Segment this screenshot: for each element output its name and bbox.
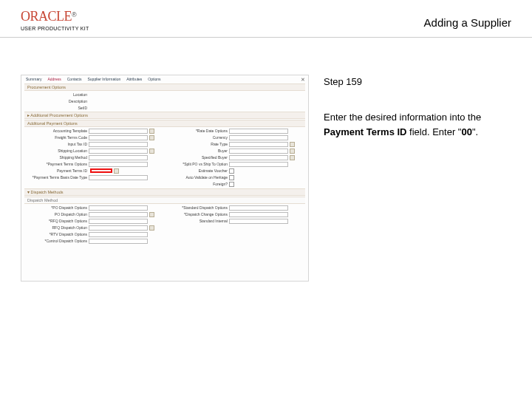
field-label: *RFQ Dispatch Options <box>24 219 87 223</box>
step-label: Step 159 <box>324 75 511 89</box>
form-row: Description <box>24 98 305 104</box>
form-row: SetID <box>24 105 305 111</box>
text-field[interactable] <box>89 155 148 160</box>
form-row: *RFQ Dispatch Options <box>24 218 165 224</box>
text-field[interactable] <box>229 162 288 167</box>
form-row: *Rate Date Options <box>165 128 305 134</box>
field-label: Shipping Method <box>24 155 87 160</box>
lookup-icon[interactable] <box>290 149 295 154</box>
field-label: SetID <box>24 106 87 110</box>
field-label: Foreign? <box>165 182 228 186</box>
close-icon[interactable]: ✕ <box>300 77 306 83</box>
lookup-icon[interactable] <box>149 135 154 140</box>
form-row: Input Tax ID <box>24 141 165 147</box>
field-label: *Rate Date Options <box>165 129 228 133</box>
form-row: *RTV Dispatch Options <box>24 231 165 237</box>
page-title: Adding a Supplier <box>424 16 511 29</box>
field-label: *Standard Dispatch Options <box>165 205 228 210</box>
text-field[interactable] <box>229 149 288 154</box>
text-field[interactable] <box>229 129 288 134</box>
field-label: RFQ Dispatch Option <box>24 225 87 230</box>
field-label: Specified Buyer <box>165 155 228 160</box>
field-label: Payment Terms ID <box>24 168 87 173</box>
checkbox[interactable] <box>229 182 234 187</box>
form-row: RFQ Dispatch Option <box>24 225 165 231</box>
form-row: Estimate Voucher <box>165 168 305 174</box>
sub-brand: USER PRODUCTIVITY KIT <box>21 26 89 31</box>
lookup-icon[interactable] <box>114 168 119 174</box>
text-field[interactable] <box>229 219 288 224</box>
lookup-icon[interactable] <box>149 129 154 134</box>
field-label: Auto Validate on Heritage <box>165 175 228 180</box>
checkbox[interactable] <box>229 175 234 180</box>
section-proc-options: Procurement Options <box>24 83 305 91</box>
checkbox[interactable] <box>229 168 234 174</box>
text-field[interactable] <box>89 225 148 231</box>
tab-supplier-info[interactable]: Supplier Information <box>87 77 120 81</box>
tab-attributes[interactable]: Attributes <box>126 77 142 81</box>
instruction-panel: Step 159 Enter the desired information i… <box>324 75 511 282</box>
field-label: PO Dispatch Option <box>24 212 87 216</box>
field-label: *PO Dispatch Options <box>24 205 87 210</box>
text-field[interactable] <box>89 239 148 244</box>
field-label: Description <box>24 99 87 103</box>
section-add-pay: Additional Payment Options <box>24 120 305 127</box>
text-field[interactable] <box>89 162 148 167</box>
text-field[interactable] <box>89 149 148 154</box>
lookup-icon[interactable] <box>149 149 154 154</box>
lookup-icon[interactable] <box>290 142 295 147</box>
form-row: PO Dispatch Option <box>24 211 165 217</box>
form-row: Foreign? <box>165 181 305 187</box>
form-row: Freight Terms Code <box>24 134 165 140</box>
form-row: *PO Dispatch Options <box>24 205 165 211</box>
form-row: *Payment Terms Options <box>24 161 165 167</box>
form-row: Location <box>24 92 305 98</box>
form-row: Standard Internal <box>165 218 305 224</box>
lookup-icon[interactable] <box>149 212 154 217</box>
tab-summary[interactable]: Summary <box>26 77 41 81</box>
brand-logo: ORACLE <box>21 9 72 24</box>
text-field[interactable] <box>89 219 148 224</box>
form-row: Shipping Location <box>24 148 165 154</box>
form-row: *Standard Dispatch Options <box>165 205 305 211</box>
lookup-icon[interactable] <box>290 155 295 160</box>
form-row: Buyer <box>165 148 305 154</box>
app-screenshot: ✕ Summary Address Contacts Supplier Info… <box>21 75 309 282</box>
field-label: Currency <box>165 135 228 140</box>
form-row: Rate Type <box>165 141 305 147</box>
lookup-icon[interactable] <box>149 225 154 231</box>
text-field[interactable] <box>89 129 148 134</box>
field-label: Accounting Template <box>24 129 87 133</box>
form-row: Shipping Method <box>24 154 165 160</box>
text-field[interactable] <box>89 212 148 217</box>
text-field[interactable] <box>229 135 288 140</box>
field-label: Estimate Voucher <box>165 168 228 173</box>
field-label: *Payment Terms Basis Date Type <box>24 175 87 180</box>
section-dispatch[interactable]: ▾ Dispatch Methods <box>24 188 305 196</box>
text-field[interactable] <box>229 155 288 160</box>
text-field[interactable] <box>89 142 148 147</box>
section-add-proc[interactable]: ▸ Additional Procurement Options <box>24 112 305 119</box>
field-label: *Split PO vs Ship To Option <box>165 162 228 166</box>
brand-tm: ® <box>72 11 77 18</box>
form-row: Auto Validate on Heritage <box>165 174 305 180</box>
field-label: Rate Type <box>165 142 228 146</box>
dispatch-sub: Dispatch Method <box>24 197 305 204</box>
text-field[interactable] <box>229 212 288 217</box>
text-field[interactable] <box>89 205 148 211</box>
form-row: *Dispatch Change Options <box>165 211 305 217</box>
text-field[interactable] <box>89 175 148 180</box>
text-field[interactable] <box>229 205 288 211</box>
tab-contacts[interactable]: Contacts <box>67 77 82 81</box>
form-row: *Control Dispatch Options <box>24 238 165 244</box>
text-field[interactable] <box>89 232 148 237</box>
tab-address[interactable]: Address <box>47 77 61 81</box>
tab-row: Summary Address Contacts Supplier Inform… <box>24 77 305 83</box>
form-row: Currency <box>165 134 305 140</box>
form-row: Specified Buyer <box>165 154 305 160</box>
field-label: *Dispatch Change Options <box>165 212 228 216</box>
tab-options[interactable]: Options <box>148 77 160 81</box>
text-field[interactable] <box>89 135 148 140</box>
text-field[interactable] <box>229 142 288 147</box>
payment-terms-id-field[interactable] <box>90 168 112 173</box>
